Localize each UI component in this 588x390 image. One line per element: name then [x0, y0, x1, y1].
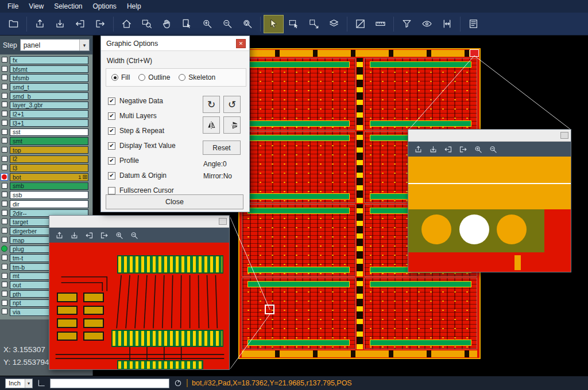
- zoom-out-icon[interactable]: [489, 145, 497, 154]
- radio-button-icon[interactable]: [111, 74, 118, 81]
- layer-checkbox[interactable]: [2, 129, 7, 135]
- layer-label[interactable]: l3+1: [10, 119, 88, 127]
- layer-row-sst[interactable]: sst: [0, 128, 92, 137]
- layer-row-ssb[interactable]: ssb: [0, 190, 92, 200]
- layer-checkbox[interactable]: [2, 183, 7, 189]
- report-list-button[interactable]: [463, 15, 483, 33]
- refresh-circle-icon[interactable]: [173, 379, 183, 388]
- layer-checkbox[interactable]: [2, 228, 7, 233]
- zoom-window-button[interactable]: [137, 15, 157, 33]
- layer-label[interactable]: l2+1: [10, 110, 88, 118]
- page-select-button[interactable]: [177, 15, 197, 33]
- radio-skeleton[interactable]: Skeleton: [179, 73, 215, 81]
- export-right-icon[interactable]: [100, 231, 109, 240]
- step-select[interactable]: panel ▾: [20, 39, 90, 51]
- chevron-down-icon[interactable]: ▾: [79, 40, 89, 50]
- layer-label[interactable]: layer_3.gbr: [10, 102, 88, 110]
- visibility-eye-button[interactable]: [417, 15, 437, 33]
- checkbox-icon[interactable]: ✔: [108, 157, 115, 165]
- layer-checkbox[interactable]: [2, 102, 7, 107]
- layer-checkbox[interactable]: [2, 120, 7, 126]
- unit-select[interactable]: Inch ▾: [5, 379, 33, 388]
- layer-checkbox[interactable]: [2, 291, 7, 297]
- mirror-vertical-button[interactable]: [223, 116, 241, 134]
- menu-view[interactable]: View: [24, 1, 49, 11]
- layer-checkbox[interactable]: [2, 201, 7, 206]
- layer-label[interactable]: dir: [10, 200, 88, 208]
- layer-label[interactable]: fx: [10, 56, 88, 64]
- transform-move-button[interactable]: [304, 15, 324, 33]
- layer-checkbox[interactable]: [2, 57, 7, 63]
- layer-checkbox[interactable]: [2, 93, 7, 99]
- layer-row-l3p1[interactable]: l3+1: [0, 119, 92, 128]
- layer-checkbox[interactable]: [2, 192, 7, 197]
- checkbox-display-text-value[interactable]: ✔Display Text Value: [108, 138, 176, 153]
- layer-label[interactable]: sst: [10, 128, 88, 136]
- layer-label[interactable]: smd_b: [10, 92, 88, 100]
- layer-row-fx[interactable]: fx: [0, 56, 92, 65]
- layer-checkbox[interactable]: [2, 282, 7, 287]
- filter-funnel-button[interactable]: [397, 15, 417, 33]
- checkbox-icon[interactable]: ✔: [108, 112, 115, 120]
- layer-label[interactable]: smd_t: [10, 83, 88, 91]
- checkbox-negative-data[interactable]: ✔Negative Data: [108, 93, 176, 108]
- dialog-titlebar[interactable]: Graphic Options ✕: [101, 36, 249, 51]
- zoom-window-titlebar[interactable]: [408, 130, 571, 142]
- layer-checkbox[interactable]: [2, 237, 7, 243]
- layer-checkbox[interactable]: [2, 111, 7, 116]
- load-down-icon[interactable]: [70, 231, 79, 240]
- save-up-icon[interactable]: [414, 145, 423, 154]
- zoom-in-icon[interactable]: [474, 145, 482, 154]
- layer-checkbox[interactable]: [2, 255, 7, 260]
- layer-checkbox[interactable]: [2, 309, 7, 314]
- menu-help[interactable]: Help: [122, 1, 146, 11]
- checkbox-icon[interactable]: ✔: [108, 98, 115, 105]
- layer-checkbox[interactable]: [2, 273, 7, 279]
- layer-label[interactable]: ssb: [10, 191, 88, 199]
- layer-checkbox[interactable]: [2, 66, 7, 72]
- layer-row-bot[interactable]: bot 1 ⊞: [0, 173, 92, 182]
- layer-checkbox[interactable]: [2, 147, 7, 153]
- checkbox-multi-layers[interactable]: ✔Multi Layers: [108, 108, 176, 123]
- layer-checkbox[interactable]: [2, 210, 7, 216]
- layer-label[interactable]: l2: [10, 155, 88, 163]
- checkbox-icon[interactable]: ✔: [108, 172, 115, 180]
- layer-row-l2[interactable]: l2: [0, 155, 92, 164]
- layer-label[interactable]: smt: [10, 137, 88, 145]
- layer-label[interactable]: l3: [10, 164, 88, 172]
- menu-selection[interactable]: Selection: [49, 1, 87, 11]
- layer-label[interactable]: bfsmb: [10, 74, 88, 82]
- menu-options[interactable]: Options: [88, 1, 122, 11]
- checkbox-icon[interactable]: ✔: [108, 187, 115, 194]
- window-menu-button[interactable]: [560, 132, 568, 139]
- import-left-button[interactable]: [70, 15, 90, 33]
- layer-row-smd_b[interactable]: smd_b: [0, 92, 92, 101]
- layer-row-l3[interactable]: l3: [0, 163, 92, 173]
- layer-checkbox[interactable]: [2, 138, 7, 143]
- import-left-icon[interactable]: [85, 231, 94, 240]
- open-folder-button[interactable]: [3, 15, 24, 33]
- checkbox-step-repeat[interactable]: ✔Step & Repeat: [108, 123, 176, 138]
- layer-row-smb[interactable]: smb: [0, 182, 92, 191]
- layer-checkbox[interactable]: [2, 165, 7, 170]
- menu-file[interactable]: File: [2, 1, 24, 11]
- close-icon[interactable]: ✕: [236, 39, 246, 48]
- checkbox-icon[interactable]: ✔: [108, 142, 115, 150]
- zoom-previous-button[interactable]: [237, 15, 257, 33]
- layer-row-bfsmt[interactable]: bfsmt: [0, 65, 92, 74]
- save-up-icon[interactable]: [55, 231, 64, 240]
- zoom-window-right[interactable]: [408, 129, 571, 272]
- zoom-in-icon[interactable]: [115, 231, 123, 240]
- layer-row-bfsmb[interactable]: bfsmb: [0, 73, 92, 83]
- pan-hand-button[interactable]: [157, 15, 177, 33]
- layer-checkbox[interactable]: [2, 300, 7, 306]
- zoom-view-right[interactable]: [408, 157, 571, 272]
- layer-checkbox[interactable]: [2, 219, 7, 224]
- layer-label[interactable]: bot 1 ⊞: [10, 173, 88, 181]
- layer-checkbox[interactable]: [2, 264, 7, 270]
- export-right-button[interactable]: [90, 15, 110, 33]
- radio-button-icon[interactable]: [138, 74, 145, 81]
- window-menu-button[interactable]: [219, 218, 227, 225]
- chevron-down-icon[interactable]: ▾: [25, 379, 32, 388]
- layer-row-smd_t[interactable]: smd_t: [0, 83, 92, 92]
